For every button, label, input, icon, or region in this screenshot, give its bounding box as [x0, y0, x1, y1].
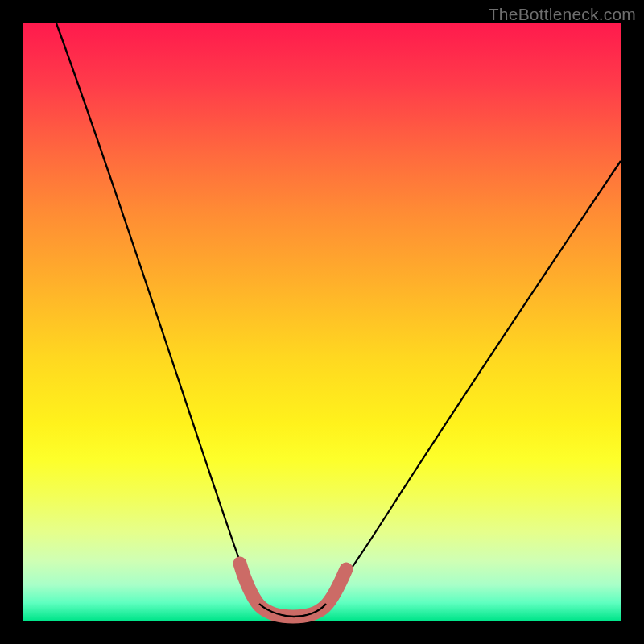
- watermark-text: TheBottleneck.com: [489, 5, 636, 24]
- bottleneck-curve-left: [56, 23, 259, 604]
- chart-frame: TheBottleneck.com: [0, 0, 644, 644]
- bottleneck-curve-right: [326, 161, 621, 604]
- chart-svg: [0, 0, 644, 644]
- optimal-range-highlight: [240, 564, 346, 617]
